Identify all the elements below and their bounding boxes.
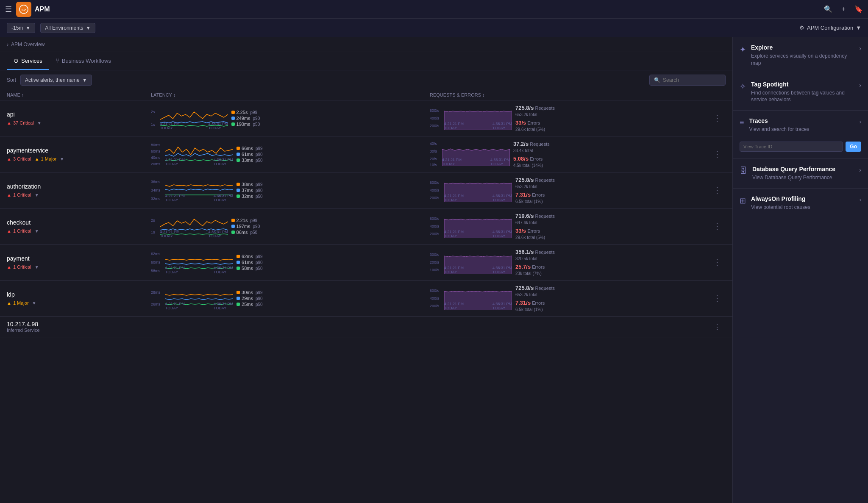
sort-row: Sort Active alerts, then name ▼ 🔍 (0, 70, 732, 90)
latency-col-ldp: 28ms 26ms 4:21:21 PMTODAY 4:36:31 PMTODA… (151, 287, 430, 310)
time-selector[interactable]: -15m ▼ (7, 23, 35, 33)
search-icon: 🔍 (654, 77, 660, 83)
triangle-major-icon: ▲ (35, 156, 39, 161)
th-actions (709, 92, 726, 97)
panel-content-tag-spotlight: Tag Spotlight Find connections between t… (751, 81, 854, 104)
req-values-authorization: 725.8/s Requests 653.2k total 7.31/s Err… (515, 177, 555, 204)
environment-selector[interactable]: All Environments ▼ (40, 23, 95, 33)
alerts-dropdown-api[interactable]: ▼ (37, 121, 42, 125)
service-name-checkout[interactable]: checkout (7, 219, 151, 226)
triangle-critical-icon: ▲ (7, 264, 11, 270)
sort-select[interactable]: Active alerts, then name ▼ (20, 75, 92, 86)
panel-item-always-on[interactable]: ⊞ AlwaysOn Profiling View potential root… (733, 189, 868, 218)
latency-chart-payment: 4:21:21 PMTODAY 4:36:31 PMTODAY (165, 251, 233, 274)
tab-business-workflows[interactable]: ⑂ Business Workflows (49, 52, 118, 70)
triangle-critical-icon: ▲ (7, 156, 11, 161)
p99-dot-api (231, 111, 235, 114)
latency-chart-labels-payment: 4:21:21 PMTODAY 4:36:31 PMTODAY (165, 266, 233, 274)
alert-critical-payment[interactable]: ▲ 1 Critical (7, 264, 31, 270)
logo-area: s> APM (16, 2, 50, 17)
alerts-dropdown-checkout[interactable]: ▼ (35, 229, 39, 233)
always-on-title: AlwaysOn Profiling (751, 195, 854, 202)
latency-values-paymentservice: 66msp99 61msp90 33msp50 (236, 146, 263, 163)
service-name-paymentservice[interactable]: paymentservice (7, 147, 151, 154)
more-button-authorization[interactable]: ⋮ (713, 186, 721, 195)
panel-item-explore[interactable]: ✦ Explore Explore services visually on a… (733, 37, 868, 74)
service-name-col-payment: payment ▲ 1 Critical ▼ (7, 255, 151, 270)
tab-services[interactable]: ⊙ Services (7, 52, 49, 70)
requests-chart-labels-authorization: 4:21:21 PMTODAY 4:36:31 PMTODAY (444, 194, 512, 202)
alert-critical-paymentservice[interactable]: ▲ 3 Critical (7, 156, 31, 161)
apm-config-button[interactable]: ⚙ APM Configuration ▼ (799, 25, 861, 31)
th-name[interactable]: NAME ↑ (7, 92, 151, 97)
breadcrumb[interactable]: › APM Overview (0, 37, 732, 52)
service-name-col-checkout: checkout ▲ 1 Critical ▼ (7, 219, 151, 233)
more-button-paymentservice[interactable]: ⋮ (713, 150, 721, 159)
search-input[interactable] (663, 77, 722, 83)
service-name-authorization[interactable]: authorization (7, 183, 151, 190)
table-row: paymentservice ▲ 3 Critical ▲ 1 Major ▼ … (0, 136, 732, 172)
trace-go-button[interactable]: Go (846, 142, 861, 152)
alerts-dropdown-authorization[interactable]: ▼ (35, 193, 39, 197)
alert-critical-checkout[interactable]: ▲ 1 Critical (7, 228, 31, 233)
more-button-ldp[interactable]: ⋮ (713, 294, 721, 303)
time-arrow-icon: ▼ (25, 25, 31, 31)
more-button-payment[interactable]: ⋮ (713, 258, 721, 267)
workflows-tab-icon: ⑂ (56, 57, 59, 64)
latency-values-authorization: 38msp99 37msp90 32msp50 (236, 182, 263, 199)
table-header: NAME ↑ LATENCY ↕ REQUESTS & ERRORS ↕ (0, 90, 732, 100)
tabs-row: ⊙ Services ⑂ Business Workflows (0, 52, 732, 70)
traces-icon: ≡ (740, 118, 744, 127)
service-name-api[interactable]: api (7, 111, 151, 118)
bookmark-nav-icon[interactable]: 🔖 (854, 5, 863, 13)
always-on-arrow-icon: › (859, 196, 861, 203)
env-arrow-icon: ▼ (86, 25, 91, 31)
panel-content-traces: Traces View and search for traces (749, 117, 854, 133)
add-nav-icon[interactable]: ＋ (840, 5, 847, 14)
trace-id-input[interactable] (740, 142, 843, 152)
table-row: api ▲ 37 Critical ▼ 2s 1s (0, 100, 732, 136)
hamburger-menu[interactable]: ☰ (5, 5, 12, 14)
service-name-payment[interactable]: payment (7, 255, 151, 262)
tag-spotlight-icon: ✧ (740, 82, 746, 91)
traces-header-row: ≡ Traces View and search for traces › (740, 117, 861, 133)
latency-chart-labels-authorization: 4:21:21 PMTODAY 4:36:31 PMTODAY (165, 194, 233, 202)
panel-item-tag-spotlight[interactable]: ✧ Tag Spotlight Find connections between… (733, 74, 868, 111)
sort-label: Sort (7, 77, 16, 83)
panel-item-db-query[interactable]: 🗄 Database Query Performance View Databa… (733, 159, 868, 189)
more-button-api[interactable]: ⋮ (713, 114, 721, 123)
panel-content-explore: Explore Explore services visually on a d… (751, 44, 854, 67)
alerts-dropdown-paymentservice[interactable]: ▼ (60, 157, 64, 161)
tag-spotlight-title: Tag Spotlight (751, 81, 854, 88)
traces-arrow-icon[interactable]: › (859, 118, 861, 125)
latency-chart-authorization: 4:21:21 PMTODAY 4:36:31 PMTODAY (165, 179, 233, 202)
search-nav-icon[interactable]: 🔍 (824, 5, 832, 13)
alerts-dropdown-payment[interactable]: ▼ (35, 265, 39, 270)
requests-chart-labels-payment: 4:21:21 PMTODAY 4:36:31 PMTODAY (444, 266, 512, 274)
latency-values-api: 2.25sp99 249msp90 190msp50 (231, 110, 260, 127)
alert-major-ldp[interactable]: ▲ 1 Major (7, 300, 29, 306)
alerts-dropdown-ldp[interactable]: ▼ (32, 301, 36, 306)
always-on-icon: ⊞ (740, 196, 746, 206)
service-name-ldp[interactable]: ldp (7, 291, 151, 298)
table-row: checkout ▲ 1 Critical ▼ 2s 1s (0, 208, 732, 245)
latency-chart-checkout: 4:21:21 PMTODAY 4:36:31 PMTODAY (160, 215, 228, 238)
th-latency[interactable]: LATENCY ↕ (151, 92, 430, 97)
search-box[interactable]: 🔍 (649, 75, 726, 86)
alerts-row-ldp: ▲ 1 Major ▼ (7, 300, 151, 306)
alert-critical-authorization[interactable]: ▲ 1 Critical (7, 192, 31, 197)
requests-chart-labels-api: 4:21:21 PMTODAY 4:36:31 PMTODAY (444, 122, 512, 130)
svg-text:s>: s> (22, 8, 26, 12)
req-values-paymentservice: 37.2/s Requests 33.4k total 5.08/s Error… (513, 141, 550, 168)
alert-critical-api[interactable]: ▲ 37 Critical (7, 120, 34, 125)
panel-item-traces: ≡ Traces View and search for traces › Go (733, 111, 868, 159)
alert-major-paymentservice[interactable]: ▲ 1 Major (35, 156, 57, 161)
req-values-payment: 356.1/s Requests 320.5k total 25.7/s Err… (515, 249, 555, 276)
more-button-checkout[interactable]: ⋮ (713, 222, 721, 231)
triangle-critical-icon: ▲ (7, 120, 11, 125)
requests-chart-labels-checkout: 4:21:21 PMTODAY 4:36:31 PMTODAY (444, 230, 512, 238)
inferred-service-name[interactable]: 10.217.4.98 (7, 321, 151, 328)
latency-chart-api: 4:21:21 PMTODAY 4:36:31 PMTODAY (160, 107, 228, 130)
more-button-inferred[interactable]: ⋮ (713, 322, 721, 331)
th-requests-errors[interactable]: REQUESTS & ERRORS ↕ (430, 92, 709, 97)
